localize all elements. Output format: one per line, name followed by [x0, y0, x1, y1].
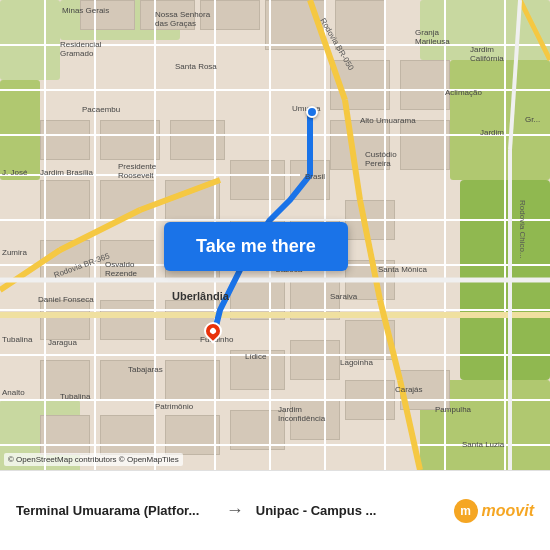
destination-marker: [306, 106, 318, 118]
origin-section: Terminal Umuarama (Platfor...: [16, 503, 214, 518]
svg-line-27: [400, 380, 420, 470]
svg-line-29: [520, 0, 550, 60]
svg-line-21: [140, 180, 220, 210]
moovit-icon: m: [454, 499, 478, 523]
map-container[interactable]: Rodovia BR-365 Rodovia BR-050 Rodovia Ch…: [0, 0, 550, 470]
moovit-text: moovit: [482, 502, 534, 520]
moovit-logo: m moovit: [454, 499, 534, 523]
svg-line-30: [510, 0, 520, 150]
origin-label: Terminal Umuarama (Platfor...: [16, 503, 214, 518]
destination-label: Unipac - Campus ...: [256, 503, 454, 518]
moovit-icon-letter: m: [460, 504, 471, 518]
svg-line-19: [0, 250, 60, 290]
app: Rodovia BR-365 Rodovia BR-050 Rodovia Ch…: [0, 0, 550, 550]
bottom-bar: Terminal Umuarama (Platfor... → Unipac -…: [0, 470, 550, 550]
svg-text:Rodovia Chico...: Rodovia Chico...: [518, 200, 527, 259]
svg-line-20: [60, 210, 140, 250]
svg-line-25: [360, 200, 380, 300]
svg-line-24: [345, 100, 360, 200]
osm-attribution: © OpenStreetMap contributors © OpenMapTi…: [4, 453, 183, 466]
arrow-icon: →: [214, 500, 256, 521]
take-me-there-button[interactable]: Take me there: [164, 222, 348, 271]
destination-section: Unipac - Campus ...: [256, 503, 454, 518]
